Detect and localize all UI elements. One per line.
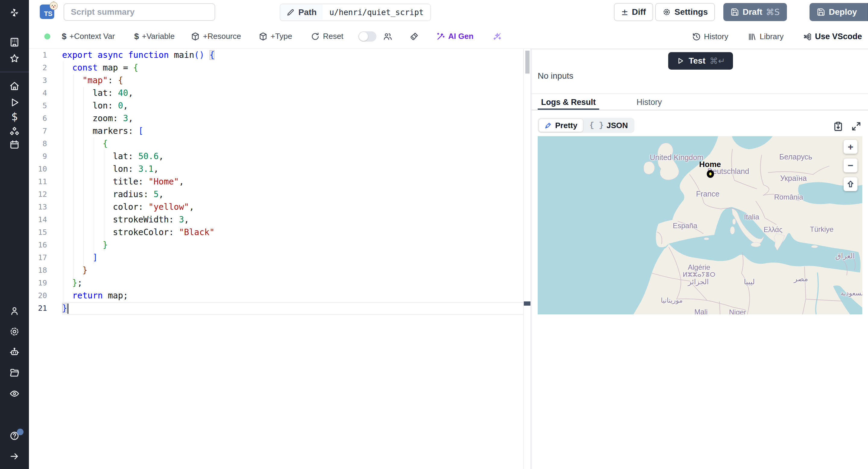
deploy-button[interactable]: Deploy bbox=[809, 3, 864, 21]
ai-gen-button[interactable]: AI Gen bbox=[436, 32, 473, 41]
result-map[interactable]: United KingdomБеларусьDeutschlandУкраїна… bbox=[538, 136, 862, 314]
map-place-label: Niger bbox=[729, 308, 746, 314]
tab-logs-result[interactable]: Logs & Result bbox=[538, 94, 599, 110]
diff-button[interactable]: ± Diff bbox=[614, 3, 653, 21]
map-place-label: مصر bbox=[794, 275, 808, 283]
code-editor[interactable]: 123456789101112131415161718192021 export… bbox=[29, 49, 523, 469]
line-number: 3 bbox=[29, 74, 62, 87]
code-line[interactable]: ] bbox=[62, 251, 523, 264]
map-place-label: العراق bbox=[835, 252, 855, 260]
code-lines[interactable]: export async function main() { const map… bbox=[62, 49, 523, 315]
add-variable-button[interactable]: $ +Variable bbox=[134, 32, 175, 41]
map-marker[interactable] bbox=[707, 170, 714, 178]
map-zoom-out-button[interactable]: − bbox=[844, 159, 858, 173]
expand-result-icon[interactable] bbox=[851, 121, 863, 133]
help-icon[interactable] bbox=[0, 428, 29, 444]
path-button[interactable]: Path u/henri/quiet_script bbox=[280, 4, 431, 21]
format-brush-icon[interactable] bbox=[410, 32, 418, 41]
code-line[interactable]: "map": { bbox=[62, 74, 523, 87]
history-clock-icon bbox=[692, 32, 701, 41]
code-line[interactable]: radius: 5, bbox=[62, 188, 523, 201]
code-line[interactable]: } bbox=[62, 264, 523, 277]
line-number: 18 bbox=[29, 264, 62, 277]
schedules-calendar-icon[interactable] bbox=[0, 136, 29, 153]
map-place-label: Algérie bbox=[688, 263, 710, 272]
add-resource-button[interactable]: +Resource bbox=[191, 32, 241, 41]
map-place-label: Україна bbox=[780, 174, 807, 183]
code-line[interactable]: } bbox=[62, 239, 523, 251]
map-place-label: Mali bbox=[694, 308, 708, 314]
rotate-icon bbox=[311, 32, 320, 41]
line-number: 7 bbox=[29, 125, 62, 137]
use-vscode-button[interactable]: Use VScode bbox=[803, 32, 862, 41]
pen-nib-icon bbox=[544, 122, 552, 129]
editor-scrollbar[interactable] bbox=[523, 49, 530, 469]
json-view-button[interactable]: { } JSON bbox=[584, 119, 633, 132]
settings-button[interactable]: Settings bbox=[655, 3, 715, 21]
map-place-label: الجزائر bbox=[688, 278, 709, 286]
path-label: Path bbox=[299, 7, 317, 17]
pretty-view-button[interactable]: Pretty bbox=[539, 119, 583, 132]
workers-robot-icon[interactable] bbox=[0, 344, 29, 361]
folders-icon[interactable] bbox=[0, 364, 29, 381]
copy-result-icon[interactable] bbox=[833, 121, 844, 133]
windmill-logo[interactable] bbox=[0, 4, 29, 21]
library-button[interactable]: Library bbox=[747, 32, 783, 41]
code-line[interactable]: }; bbox=[62, 277, 523, 289]
line-number: 15 bbox=[29, 226, 62, 239]
multiplayer-toggle[interactable] bbox=[358, 31, 376, 41]
code-line[interactable]: } bbox=[62, 302, 523, 315]
code-line[interactable]: { bbox=[62, 137, 523, 150]
map-zoom-in-button[interactable]: + bbox=[844, 140, 858, 154]
code-line[interactable]: lon: 3.1, bbox=[62, 163, 523, 176]
result-view-switcher: Pretty { } JSON bbox=[538, 118, 634, 133]
code-line[interactable]: strokeWidth: 3, bbox=[62, 213, 523, 226]
vscode-icon bbox=[803, 32, 812, 41]
line-number: 5 bbox=[29, 99, 62, 112]
code-line[interactable]: lat: 50.6, bbox=[62, 150, 523, 163]
expand-sidebar-arrow-icon[interactable] bbox=[0, 448, 29, 465]
map-fit-bounds-button[interactable] bbox=[844, 177, 858, 191]
map-place-label: España bbox=[673, 222, 697, 230]
code-line[interactable]: lat: 40, bbox=[62, 87, 523, 99]
workspace-building-icon[interactable] bbox=[0, 34, 29, 51]
user-icon[interactable] bbox=[0, 303, 29, 319]
line-number: 13 bbox=[29, 201, 62, 213]
code-line[interactable]: return map; bbox=[62, 289, 523, 302]
add-context-var-button[interactable]: $ +Context Var bbox=[62, 32, 115, 41]
code-line[interactable]: export async function main() { bbox=[62, 49, 523, 61]
home-icon[interactable] bbox=[0, 78, 29, 95]
script-summary-input[interactable] bbox=[64, 3, 215, 21]
line-number: 17 bbox=[29, 251, 62, 264]
path-value: u/henri/quiet_script bbox=[323, 4, 430, 21]
code-line[interactable]: markers: [ bbox=[62, 125, 523, 137]
draft-button[interactable]: Draft ⌘S bbox=[723, 3, 787, 21]
code-line[interactable]: zoom: 3, bbox=[62, 112, 523, 125]
draft-shortcut: ⌘S bbox=[766, 7, 780, 17]
audit-eye-icon[interactable] bbox=[0, 385, 29, 402]
settings-gear-icon[interactable] bbox=[0, 323, 29, 340]
variables-dollar-icon[interactable]: $ bbox=[0, 108, 29, 125]
code-line[interactable]: color: "yellow", bbox=[62, 201, 523, 213]
code-line[interactable]: title: "Home", bbox=[62, 176, 523, 188]
dollar-icon: $ bbox=[134, 32, 139, 41]
line-number: 16 bbox=[29, 239, 62, 251]
test-button[interactable]: Test ⌘↵ bbox=[668, 52, 733, 70]
library-icon bbox=[747, 32, 756, 41]
code-line[interactable]: lon: 0, bbox=[62, 99, 523, 112]
braces-icon: { } bbox=[590, 121, 604, 130]
favorites-star-icon[interactable] bbox=[0, 50, 29, 67]
add-type-button[interactable]: +Type bbox=[258, 32, 292, 41]
tab-history[interactable]: History bbox=[631, 94, 667, 110]
left-sidebar: $ bbox=[0, 0, 29, 469]
editor-toolbar: $ +Context Var $ +Variable +Resource +Ty… bbox=[29, 24, 868, 49]
scrollbar-handle[interactable] bbox=[525, 51, 530, 73]
sparkles-icon[interactable] bbox=[493, 32, 502, 41]
collaborators-users-icon[interactable] bbox=[383, 32, 392, 41]
code-line[interactable]: const map = { bbox=[62, 61, 523, 74]
map-place-label: Türkiye bbox=[810, 225, 834, 233]
history-button[interactable]: History bbox=[692, 32, 728, 41]
test-shortcut: ⌘↵ bbox=[710, 56, 725, 66]
code-line[interactable]: strokeColor: "Black" bbox=[62, 226, 523, 239]
reset-button[interactable]: Reset bbox=[311, 32, 343, 41]
